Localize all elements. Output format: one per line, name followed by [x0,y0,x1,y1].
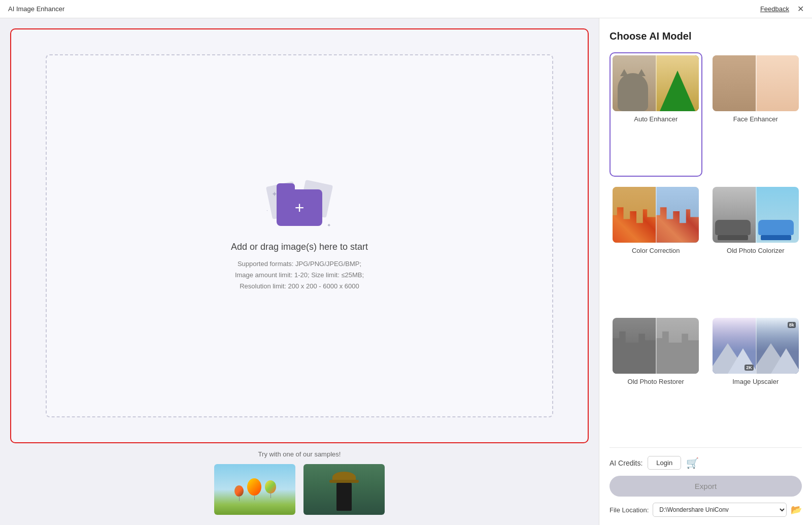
thumb-up-left: 2K [713,318,756,374]
thumb-divider [656,55,657,111]
car-bw [715,220,751,235]
model-label-image-upscaler: Image Upscaler [732,378,779,385]
balloon-2 [265,480,276,494]
model-card-color-correction[interactable]: Color Correction [610,184,702,308]
upload-title: Add or drag image(s) here to start [231,242,368,252]
title-bar-actions: Feedback ✕ [760,5,804,13]
model-thumb-old-photo-restorer [613,318,699,374]
upload-inner[interactable]: + ✦ ✦ · Add or drag image(s) here to sta… [46,54,553,417]
model-label-color-correction: Color Correction [632,247,680,254]
colorizer-divider [756,187,757,243]
model-thumb-face-enhancer [713,55,799,111]
samples-section: Try with one of our samples! [10,443,589,515]
color-divider [656,187,657,243]
model-thumb-old-photo-colorizer [713,187,799,243]
thumb-res-right [656,318,699,374]
thumb-auto-left [613,55,656,111]
cart-icon[interactable]: 🛒 [686,457,699,469]
model-thumb-auto-enhancer [613,55,699,111]
buildings-warm [613,204,656,243]
thumb-auto-right [656,55,699,111]
upload-info-line2: Image amount limit: 1-20; Size limit: ≤2… [235,271,364,279]
buildings-cool [656,204,699,243]
folder-icon-wrapper: + ✦ ✦ · [264,180,335,236]
login-button[interactable]: Login [648,456,681,470]
person-silhouette [336,483,352,511]
building-bw-right [656,329,699,374]
model-card-auto-enhancer[interactable]: Auto Enhancer [610,52,702,177]
thumb-color-left [613,187,656,243]
sample-balloons[interactable] [214,464,295,515]
panel-bottom: AI Credits: Login 🛒 Export File Location… [610,447,802,517]
car-color [758,220,794,235]
upscale-8k-badge: 8k [788,322,796,328]
upload-zone[interactable]: + ✦ ✦ · Add or drag image(s) here to sta… [10,28,589,443]
face-divider [756,55,757,111]
mountain-4 [771,348,799,374]
samples-label: Try with one of our samples! [258,450,341,458]
sparkle-icon-3: · [266,208,268,213]
thumb-res-left [613,318,656,374]
model-card-old-photo-restorer[interactable]: Old Photo Restorer [610,315,702,439]
balloon-1 [247,478,261,496]
restorer-divider [656,318,657,374]
model-grid: Auto Enhancer Face Enhancer [610,52,802,439]
ai-credits-row: AI Credits: Login 🛒 [610,456,802,470]
thumb-up-right: 8k [756,318,799,374]
file-location-label: File Location: [610,506,649,514]
building-bw-left [613,329,656,374]
folder-plus-icon: + [295,200,304,216]
center-area: + ✦ ✦ · Add or drag image(s) here to sta… [0,18,599,525]
folder-open-button[interactable]: 📂 [791,504,802,515]
samples-row [214,464,385,515]
feedback-link[interactable]: Feedback [760,5,789,13]
balloon-string-3 [239,496,240,501]
model-card-image-upscaler[interactable]: 2K 8k Image Upscaler [709,315,802,439]
sample-forest[interactable] [303,464,385,515]
cat-shape [618,73,648,111]
hat [332,472,356,483]
face-right [756,55,799,111]
export-button[interactable]: Export [610,476,802,497]
balloon-string-1 [254,495,255,500]
file-path-select[interactable]: D:\Wondershare UniConv [653,503,787,517]
close-button[interactable]: ✕ [797,5,804,13]
model-label-auto-enhancer: Auto Enhancer [634,115,678,123]
sparkle-icon-2: ✦ [327,222,331,228]
cat-ear-right [637,69,646,76]
balloon-3 [234,485,244,497]
model-thumb-image-upscaler: 2K 8k [713,318,799,374]
folder-tab [277,183,295,190]
xmas-tree [660,71,695,111]
thumb-color-right [656,187,699,243]
thumb-col-right [756,187,799,243]
ai-credits-label: AI Credits: [610,459,642,467]
right-panel: Choose AI Model Auto Enhancer [599,18,812,525]
upscaler-divider [756,318,757,374]
main-content: + ✦ ✦ · Add or drag image(s) here to sta… [0,18,812,525]
model-label-face-enhancer: Face Enhancer [733,115,778,123]
model-card-old-photo-colorizer[interactable]: Old Photo Colorizer [709,184,802,308]
balloon-string-2 [270,493,271,498]
model-label-old-photo-colorizer: Old Photo Colorizer [727,247,784,254]
model-card-face-enhancer[interactable]: Face Enhancer [709,52,802,177]
thumb-col-left [713,187,756,243]
file-location-row: File Location: D:\Wondershare UniConv 📂 [610,503,802,517]
upload-info: Supported formats: JPG/PNG/JPEG/BMP; Ima… [235,258,364,292]
folder-icon: + [277,189,322,226]
app-title: AI Image Enhancer [8,5,64,13]
cat-ear-left [620,69,628,76]
ai-model-title: Choose AI Model [610,30,802,42]
model-thumb-color-correction [613,187,699,243]
model-label-old-photo-restorer: Old Photo Restorer [628,378,684,385]
resolution-2k-badge: 2K [745,365,754,371]
upload-info-line1: Supported formats: JPG/PNG/JPEG/BMP; [238,260,361,268]
upload-info-line3: Resolution limit: 200 x 200 - 6000 x 600… [240,282,359,290]
title-bar: AI Image Enhancer Feedback ✕ [0,0,812,18]
face-left [713,55,756,111]
